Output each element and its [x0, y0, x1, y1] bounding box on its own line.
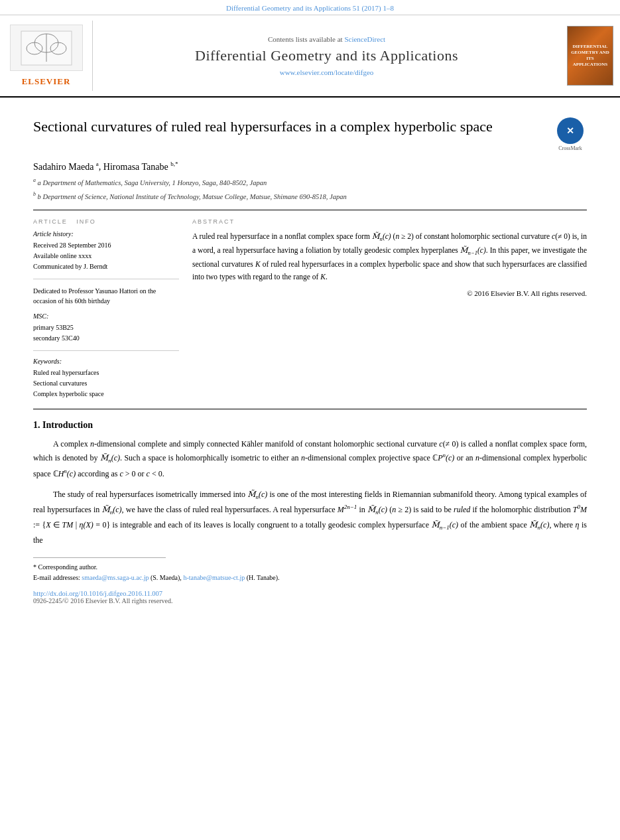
journal-reference: Differential Geometry and its Applicatio… — [0, 0, 620, 15]
available-online: Available online xxxx — [33, 251, 179, 261]
issn-copyright: 0926-2245/© 2016 Elsevier B.V. All right… — [33, 597, 587, 604]
msc-secondary: secondary 53C40 — [33, 333, 179, 344]
header-divider — [33, 210, 587, 210]
elsevier-wordmark: ELSEVIER — [22, 76, 71, 87]
cover-text: DIFFERENTIAL GEOMETRY AND ITS APPLICATIO… — [570, 44, 610, 68]
main-content: Sectional curvatures of ruled real hyper… — [0, 98, 620, 618]
intro-paragraph-2: The study of real hypersurfaces isometri… — [33, 488, 587, 547]
abstract-divider — [33, 409, 587, 409]
keyword-1: Ruled real hypersurfaces — [33, 368, 179, 378]
intro-paragraph-1: A complex n-dimensional complete and sim… — [33, 437, 587, 480]
msc-box: MSC: primary 53B25 secondary 53C40 — [33, 313, 179, 351]
journal-title-area: Contents lists available at ScienceDirec… — [93, 21, 560, 91]
abstract-column: ABSTRACT A ruled real hypersurface in a … — [192, 218, 587, 399]
elsevier-logo-area: ELSEVIER — [0, 21, 93, 91]
msc-primary: primary 53B25 — [33, 322, 179, 333]
author-tanabe: Hiromasa Tanabe b,* — [103, 162, 178, 172]
footnote-corresponding: * Corresponding author. — [33, 562, 587, 573]
affiliation-b-text: b Department of Science, National Instit… — [38, 192, 347, 200]
sciencedirect-line: Contents lists available at ScienceDirec… — [268, 35, 385, 43]
sciencedirect-link[interactable]: ScienceDirect — [344, 35, 385, 43]
history-label: Article history: — [33, 230, 179, 238]
journal-cover-area: DIFFERENTIAL GEOMETRY AND ITS APPLICATIO… — [560, 21, 620, 91]
journal-title: Differential Geometry and its Applicatio… — [195, 47, 458, 64]
email-1-link[interactable]: smaeda@ms.saga-u.ac.jp — [82, 574, 149, 581]
abstract-text: A ruled real hypersurface in a nonflat c… — [192, 230, 587, 283]
email-2-link[interactable]: h-tanabe@matsue-ct.jp — [183, 574, 245, 581]
crossmark-area[interactable]: ✕ CrossMark — [554, 117, 587, 151]
author-maeda: Sadahiro Maeda a — [33, 162, 99, 172]
authors-line: Sadahiro Maeda a, Hiromasa Tanabe b,* — [33, 161, 587, 173]
crossmark-icon: ✕ — [557, 117, 584, 144]
article-title-area: Sectional curvatures of ruled real hyper… — [33, 117, 587, 151]
keywords-label: Keywords: — [33, 358, 179, 365]
journal-header: ELSEVIER Contents lists available at Sci… — [0, 15, 620, 98]
keyword-3: Complex hyperbolic space — [33, 389, 179, 399]
article-history-box: Article history: Received 28 September 2… — [33, 230, 179, 279]
article-info-column: ARTICLE INFO Article history: Received 2… — [33, 218, 179, 399]
msc-label: MSC: — [33, 313, 179, 320]
received-date: Received 28 September 2016 — [33, 240, 179, 251]
elsevier-graphic — [10, 25, 83, 71]
keywords-box: Keywords: Ruled real hypersurfaces Secti… — [33, 358, 179, 399]
keyword-2: Sectional curvatures — [33, 378, 179, 389]
affiliation-a-text: a Department of Mathematics, Saga Univer… — [38, 178, 267, 186]
doi-link[interactable]: http://dx.doi.org/10.1016/j.difgeo.2016.… — [33, 590, 587, 597]
footnote-divider — [33, 557, 166, 558]
abstract-label: ABSTRACT — [192, 218, 587, 225]
crossmark-label: CrossMark — [558, 145, 582, 151]
footnote-emails: E-mail addresses: smaeda@ms.saga-u.ac.jp… — [33, 573, 587, 583]
journal-ref-text: Differential Geometry and its Applicatio… — [226, 4, 394, 12]
affiliation-b: b b Department of Science, National Inst… — [33, 190, 587, 202]
abstract-copyright: © 2016 Elsevier B.V. All rights reserved… — [192, 289, 587, 297]
elsevier-tree-icon — [20, 30, 73, 66]
affiliation-a: a a Department of Mathematics, Saga Univ… — [33, 176, 587, 188]
info-abstract-section: ARTICLE INFO Article history: Received 2… — [33, 218, 587, 399]
communicated-by: Communicated by J. Berndt — [33, 261, 179, 272]
dedication-text: Dedicated to Professor Yasunao Hattori o… — [33, 286, 179, 306]
article-info-label: ARTICLE INFO — [33, 218, 179, 225]
article-title: Sectional curvatures of ruled real hyper… — [33, 117, 547, 137]
journal-cover-image: DIFFERENTIAL GEOMETRY AND ITS APPLICATIO… — [567, 26, 613, 86]
introduction-heading: 1. Introduction — [33, 420, 587, 431]
journal-url[interactable]: www.elsevier.com/locate/difgeo — [280, 68, 374, 76]
